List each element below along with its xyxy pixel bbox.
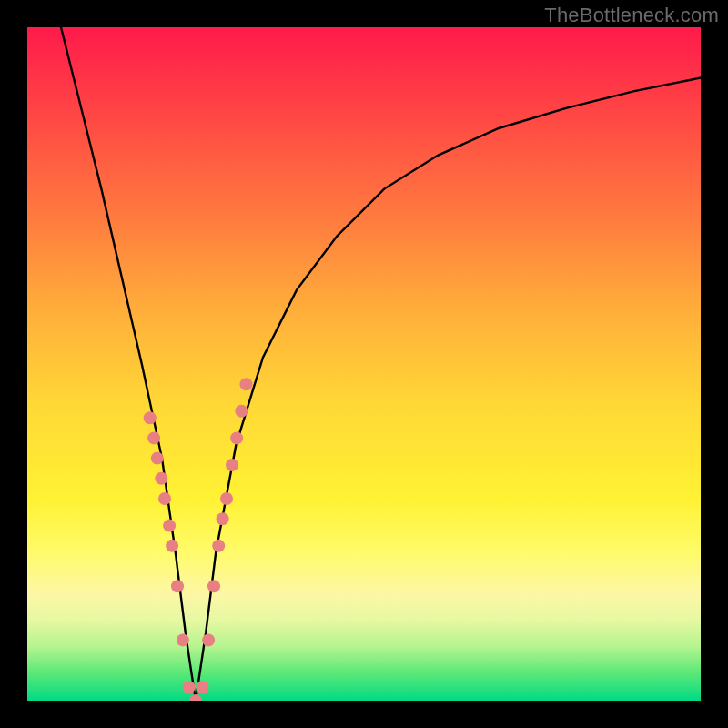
sample-dot	[217, 512, 229, 525]
sample-dot	[207, 580, 220, 592]
sample-dot	[166, 540, 178, 552]
sample-dot	[196, 681, 208, 693]
sample-dot	[220, 492, 233, 505]
sample-dot	[147, 431, 160, 444]
sample-dot	[240, 378, 253, 390]
sample-dot	[202, 633, 215, 646]
sample-dot	[183, 681, 196, 693]
sample-dot	[155, 472, 167, 485]
sample-dot	[212, 540, 225, 552]
sample-dot	[171, 580, 184, 592]
sample-dot	[144, 411, 157, 424]
bottleneck-curve	[61, 27, 701, 701]
sample-dot	[235, 405, 248, 418]
chart-svg	[27, 27, 701, 701]
sample-dot	[189, 694, 202, 701]
sample-dot	[177, 633, 189, 646]
sample-dot	[163, 520, 176, 532]
chart-frame: TheBottleneck.com	[0, 0, 728, 728]
sample-dot	[226, 459, 238, 471]
chart-plot-area	[27, 27, 701, 701]
sample-dot	[158, 492, 171, 505]
sample-dot	[151, 452, 164, 465]
sample-dots-group	[144, 378, 253, 701]
sample-dot	[230, 431, 243, 444]
watermark-text: TheBottleneck.com	[544, 4, 719, 27]
